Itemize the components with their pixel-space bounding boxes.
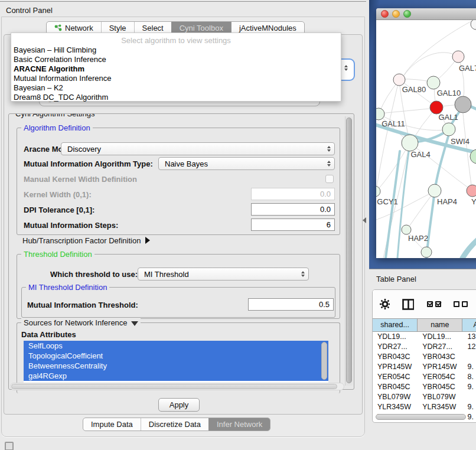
network-node-gal7[interactable] bbox=[452, 51, 464, 63]
table-cell: 9. bbox=[462, 382, 476, 392]
table-cell: 12 bbox=[462, 342, 476, 352]
hub-definition-label: Hub/Transcription Factor Definition bbox=[22, 236, 141, 245]
table-row[interactable]: YPR145WYPR145W9. bbox=[373, 362, 476, 372]
settings-horizontal-scrollbar[interactable] bbox=[10, 383, 344, 390]
apply-button[interactable]: Apply bbox=[158, 398, 200, 412]
network-canvas[interactable]: GAL7GAL80GAL10GAL1GAL11SWI4GAL4GCY1HAP4Y… bbox=[376, 20, 476, 258]
network-view-container: GAL7GAL80GAL10GAL1GAL11SWI4GAL4GCY1HAP4Y… bbox=[369, 0, 476, 269]
mi-type-combo[interactable]: Naive Bayes bbox=[158, 157, 335, 170]
attribute-item-topologicalcoefficient[interactable]: TopologicalCoefficient bbox=[24, 351, 328, 361]
mi-steps-field[interactable]: 6 bbox=[251, 219, 335, 231]
table-row[interactable]: YER054CYER054C8. bbox=[373, 372, 476, 382]
network-edge[interactable] bbox=[376, 81, 399, 190]
close-traffic-light-icon[interactable] bbox=[381, 10, 389, 18]
network-node-hap2[interactable] bbox=[402, 225, 411, 234]
network-node-hap4[interactable] bbox=[428, 184, 441, 197]
node-label: GAL1 bbox=[438, 113, 458, 122]
table-cell bbox=[462, 392, 476, 402]
network-node-gal10[interactable] bbox=[427, 76, 440, 89]
network-edge-highlighted[interactable] bbox=[462, 227, 476, 258]
dropdown-option-basic-correlation-inference[interactable]: Basic Correlation Inference bbox=[11, 55, 341, 64]
table-row[interactable]: YBR043CYBR043C bbox=[373, 352, 476, 362]
attribute-item-betweennesscentrality[interactable]: BetweennessCentrality bbox=[24, 361, 328, 371]
network-node-gal80[interactable] bbox=[393, 74, 405, 86]
tab-discretize-data[interactable]: Discretize Data bbox=[141, 418, 208, 431]
network-node-gal11[interactable] bbox=[376, 108, 384, 120]
sources-title[interactable]: Sources for Network Inference bbox=[21, 318, 141, 327]
column-header-shared[interactable]: shared... bbox=[373, 319, 418, 331]
algorithm-combo-endcap[interactable] bbox=[341, 58, 355, 81]
minimize-traffic-light-icon[interactable] bbox=[392, 10, 400, 18]
table-cell: 9. bbox=[462, 402, 476, 412]
aracne-mode-combo[interactable]: Discovery bbox=[61, 142, 335, 155]
dropdown-option-mutual-information-inference[interactable]: Mutual Information Inference bbox=[11, 74, 341, 83]
table-cell: YBL079W bbox=[418, 392, 462, 402]
network-window[interactable]: GAL7GAL80GAL10GAL1GAL11SWI4GAL4GCY1HAP4Y… bbox=[376, 8, 476, 258]
mi-threshold-field[interactable]: 0.5 bbox=[248, 298, 334, 311]
hide-columns-icon[interactable] bbox=[454, 301, 468, 307]
column-layout-icon[interactable] bbox=[402, 299, 414, 310]
attribute-item-selfloops[interactable]: SelfLoops bbox=[24, 341, 328, 351]
table-row[interactable]: YBR045CYBR045C9. bbox=[373, 382, 476, 392]
algorithm-definition-title: Algorithm Definition bbox=[21, 123, 93, 132]
network-node-gal1[interactable] bbox=[430, 101, 443, 114]
table-cell: YBL079W bbox=[373, 392, 418, 402]
network-node[interactable] bbox=[421, 247, 432, 257]
table-panel-title: Table Panel bbox=[376, 275, 416, 283]
dpi-tolerance-label: DPI Tolerance [0,1]: bbox=[24, 206, 94, 214]
table-row[interactable]: YDR27...YDR27...12 bbox=[373, 342, 476, 352]
table-cell: YBR045C bbox=[418, 382, 462, 392]
network-edge[interactable] bbox=[404, 53, 458, 76]
network-node-swi4[interactable] bbox=[442, 123, 455, 136]
which-threshold-value: MI Threshold bbox=[138, 270, 301, 279]
table-horizontal-scrollbar[interactable] bbox=[375, 414, 476, 420]
dropdown-option-bayesian-hill-climbing[interactable]: Bayesian – Hill Climbing bbox=[11, 45, 341, 55]
table-row[interactable]: YLR345WYLR345W9. bbox=[373, 402, 476, 412]
dropdown-option-bayesian-k2[interactable]: Bayesian – K2 bbox=[11, 83, 341, 93]
table-cell: 8. bbox=[462, 372, 476, 382]
tab-impute-data[interactable]: Impute Data bbox=[83, 418, 141, 431]
network-node-y[interactable] bbox=[467, 185, 476, 197]
network-edge[interactable] bbox=[380, 108, 435, 113]
node-label: HAP2 bbox=[408, 234, 428, 243]
split-pane-collapse-icon[interactable] bbox=[363, 217, 366, 223]
mi-type-label: Mutual Information Algorithm Type: bbox=[24, 159, 153, 168]
table-cell: YLR345W bbox=[418, 402, 462, 412]
column-header-a[interactable]: A bbox=[462, 319, 476, 331]
show-columns-icon[interactable] bbox=[427, 301, 441, 307]
cyni-bottom-tabs: Impute DataDiscretize DataInfer Network bbox=[83, 418, 270, 431]
minimized-panel-icon[interactable] bbox=[5, 442, 14, 450]
node-label: GAL11 bbox=[382, 119, 405, 128]
gear-icon[interactable] bbox=[380, 299, 390, 309]
column-header-name[interactable]: name bbox=[418, 319, 462, 331]
network-node-gal4[interactable] bbox=[402, 135, 418, 151]
table-cell: YDL19... bbox=[418, 332, 462, 342]
dropdown-option-dream8-dc-tdc-algorithm[interactable]: Dream8 DC_TDC Algorithm bbox=[11, 93, 341, 102]
list-scrollbar[interactable] bbox=[321, 342, 327, 380]
which-threshold-combo[interactable]: MI Threshold bbox=[138, 268, 309, 281]
settings-vertical-scrollbar[interactable] bbox=[345, 116, 353, 386]
node-label: Y bbox=[471, 197, 476, 206]
attribute-item-gal4rgexp[interactable]: gal4RGexp bbox=[24, 371, 328, 381]
network-edge[interactable] bbox=[379, 81, 399, 113]
manual-kernel-checkbox[interactable] bbox=[325, 175, 334, 183]
network-window-titlebar[interactable] bbox=[376, 8, 476, 20]
tab-infer-network[interactable]: Infer Network bbox=[208, 418, 270, 431]
combo-stepper-icon bbox=[344, 65, 348, 71]
table-toolbar bbox=[373, 290, 476, 318]
algorithm-dropdown-popup: Select algorithm to view settings Bayesi… bbox=[11, 32, 341, 102]
table-cell: YER054C bbox=[373, 372, 418, 382]
network-node[interactable] bbox=[471, 20, 476, 30]
network-node[interactable] bbox=[455, 96, 471, 113]
hub-definition-toggle[interactable]: Hub/Transcription Factor Definition bbox=[22, 236, 150, 245]
data-attributes-list[interactable]: SelfLoopsTopologicalCoefficientBetweenne… bbox=[24, 341, 328, 384]
expanded-arrow-icon bbox=[131, 321, 138, 326]
table-row[interactable]: YDL19...YDL19...13 bbox=[373, 332, 476, 342]
table-row[interactable]: YBL079WYBL079W bbox=[373, 392, 476, 402]
dropdown-option-aracne-algorithm[interactable]: ARACNE Algorithm bbox=[11, 64, 341, 74]
dpi-tolerance-field[interactable]: 0.0 bbox=[251, 203, 335, 216]
node-label: SWI4 bbox=[451, 137, 470, 146]
zoom-traffic-light-icon[interactable] bbox=[403, 10, 411, 18]
table-cell: YPR145W bbox=[418, 362, 462, 372]
which-threshold-label: Which threshold to use: bbox=[50, 270, 138, 279]
